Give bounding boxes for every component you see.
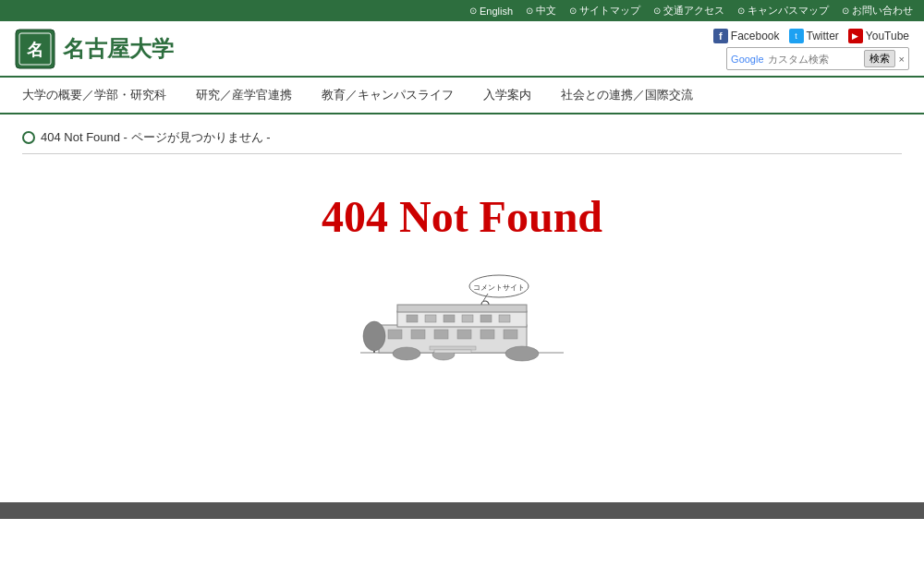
nav-link-research[interactable]: 研究／産学官連携 — [181, 78, 307, 113]
svg-rect-24 — [462, 315, 473, 322]
twitter-icon: t — [789, 29, 804, 43]
university-name: 名古屋大学 — [63, 34, 174, 64]
building-svg: コメントサイト — [351, 270, 573, 371]
svg-point-32 — [505, 346, 539, 361]
svg-text:コメントサイト: コメントサイト — [473, 283, 525, 292]
logo-area[interactable]: 名 名古屋大学 — [15, 29, 174, 69]
svg-rect-34 — [434, 350, 471, 353]
youtube-link[interactable]: ▶ YouTube — [848, 29, 909, 43]
nav-item-about[interactable]: 大学の概要／学部・研究科 — [7, 78, 181, 113]
building-illustration: コメントサイト — [351, 270, 573, 371]
twitter-label: Twitter — [807, 30, 839, 42]
svg-point-30 — [393, 347, 420, 360]
top-navigation-bar: English 中文 サイトマップ 交通アクセス キャンパスマップ お問い合わせ — [0, 0, 924, 21]
breadcrumb-icon — [22, 131, 35, 144]
nav-link-community[interactable]: 社会との連携／国際交流 — [546, 78, 708, 113]
university-logo-icon: 名 — [15, 29, 55, 69]
svg-rect-21 — [407, 315, 418, 322]
svg-rect-33 — [430, 346, 476, 350]
error-title: 404 Not Found — [22, 191, 902, 242]
svg-rect-26 — [499, 315, 510, 322]
main-content: 404 Not Found - ページが見つかりません - 404 Not Fo… — [0, 114, 924, 502]
topbar-campusmap-link[interactable]: キャンパスマップ — [737, 4, 829, 18]
search-bar: Google 検索 × — [726, 47, 909, 70]
site-header: 名 名古屋大学 f Facebook t Twitter ▶ YouTube — [0, 21, 924, 78]
svg-rect-18 — [480, 330, 494, 339]
svg-rect-22 — [425, 315, 436, 322]
nav-item-admission[interactable]: 入学案内 — [468, 78, 546, 113]
topbar-access-link[interactable]: 交通アクセス — [653, 4, 724, 18]
page-wrapper: English 中文 サイトマップ 交通アクセス キャンパスマップ お問い合わせ… — [0, 0, 924, 578]
youtube-icon: ▶ — [848, 29, 863, 43]
main-navigation: 大学の概要／学部・研究科 研究／産学官連携 教育／キャンパスライフ 入学案内 社… — [0, 78, 924, 114]
topbar-chinese-link[interactable]: 中文 — [526, 4, 556, 18]
breadcrumb: 404 Not Found - ページが見つかりません - — [22, 129, 902, 154]
svg-rect-15 — [411, 330, 425, 339]
facebook-icon: f — [713, 29, 728, 43]
svg-rect-23 — [444, 315, 455, 322]
svg-rect-14 — [388, 330, 402, 339]
nav-link-education[interactable]: 教育／キャンパスライフ — [307, 78, 468, 113]
facebook-label: Facebook — [731, 30, 780, 42]
search-button[interactable]: 検索 — [864, 50, 895, 67]
search-input[interactable] — [768, 54, 860, 65]
nav-link-about[interactable]: 大学の概要／学部・研究科 — [7, 78, 181, 113]
svg-rect-16 — [434, 330, 448, 339]
nav-item-education[interactable]: 教育／キャンパスライフ — [307, 78, 468, 113]
google-label: Google — [731, 54, 763, 65]
topbar-sitemap-link[interactable]: サイトマップ — [569, 4, 640, 18]
page-footer — [0, 502, 924, 519]
error-section: 404 Not Found コメントサイト — [22, 191, 902, 374]
nav-item-research[interactable]: 研究／産学官連携 — [181, 78, 307, 113]
twitter-link[interactable]: t Twitter — [789, 29, 839, 43]
nav-item-community[interactable]: 社会との連携／国際交流 — [546, 78, 708, 113]
svg-rect-27 — [397, 305, 527, 312]
svg-rect-19 — [504, 330, 517, 339]
nav-link-admission[interactable]: 入学案内 — [468, 78, 546, 113]
svg-rect-17 — [457, 330, 471, 339]
youtube-label: YouTube — [866, 30, 909, 42]
svg-text:名: 名 — [26, 41, 43, 59]
breadcrumb-text: 404 Not Found - ページが見つかりません - — [41, 129, 271, 146]
svg-rect-25 — [480, 315, 492, 322]
topbar-english-link[interactable]: English — [469, 6, 513, 17]
search-clear-button[interactable]: × — [899, 54, 905, 65]
header-right-panel: f Facebook t Twitter ▶ YouTube Google 検索… — [713, 29, 909, 70]
svg-point-28 — [363, 321, 385, 351]
social-links-area: f Facebook t Twitter ▶ YouTube — [713, 29, 909, 43]
topbar-contact-link[interactable]: お問い合わせ — [842, 4, 913, 18]
facebook-link[interactable]: f Facebook — [713, 29, 780, 43]
